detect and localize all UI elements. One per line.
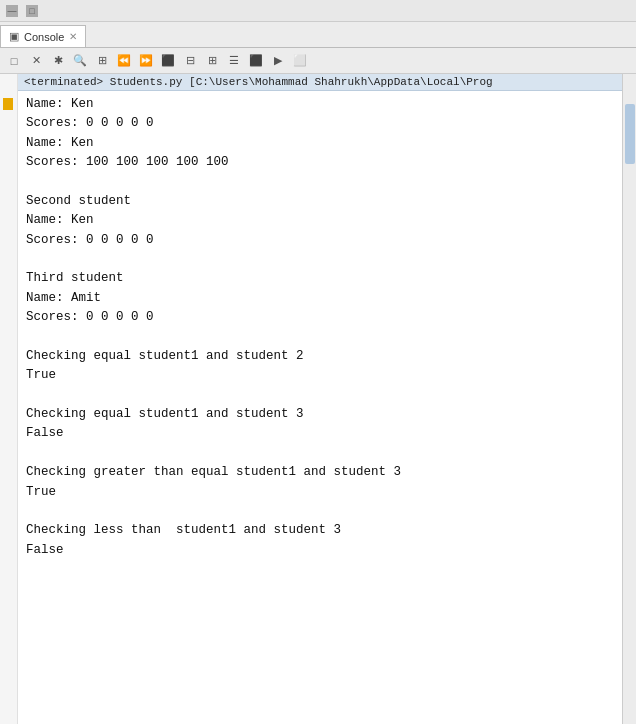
console-tab-label: Console	[24, 31, 64, 43]
console-line: Scores: 0 0 0 0 0	[26, 231, 614, 250]
toolbar-run-button[interactable]: ▶	[268, 51, 288, 71]
console-line: Name: Ken	[26, 211, 614, 230]
console-line: Name: Ken	[26, 134, 614, 153]
window-controls: — □	[0, 0, 636, 22]
console-line	[26, 444, 614, 463]
gutter-mark	[3, 98, 13, 110]
main-window: — □ ▣ Console ✕ □ ✕ ✱ 🔍 ⊞ ⏪ ⏩ ⬛ ⊟ ⊞ ☰ ⬛ …	[0, 0, 636, 724]
console-line: False	[26, 424, 614, 443]
console-output[interactable]: Name: KenScores: 0 0 0 0 0Name: KenScore…	[18, 91, 622, 724]
toolbar-layout3-button[interactable]: ⊞	[202, 51, 222, 71]
console-line	[26, 250, 614, 269]
right-scrollbar[interactable]	[622, 74, 636, 724]
console-line: Name: Ken	[26, 95, 614, 114]
console-path: <terminated> Students.py [C:\Users\Moham…	[18, 74, 622, 91]
console-line: Third student	[26, 269, 614, 288]
console-line: Name: Amit	[26, 289, 614, 308]
console-panel: <terminated> Students.py [C:\Users\Moham…	[18, 74, 622, 724]
toolbar-layout1-button[interactable]: ⬛	[158, 51, 178, 71]
minimize-button[interactable]: —	[6, 5, 18, 17]
toolbar-split-button[interactable]: ⊞	[92, 51, 112, 71]
toolbar-layout2-button[interactable]: ⊟	[180, 51, 200, 71]
left-gutter	[0, 74, 18, 724]
console-line: Checking equal student1 and student 2	[26, 347, 614, 366]
console-line: Scores: 100 100 100 100 100	[26, 153, 614, 172]
console-line: Checking greater than equal student1 and…	[26, 463, 614, 482]
console-line	[26, 173, 614, 192]
console-toolbar: □ ✕ ✱ 🔍 ⊞ ⏪ ⏩ ⬛ ⊟ ⊞ ☰ ⬛ ▶ ⬜	[0, 48, 636, 74]
console-line	[26, 502, 614, 521]
tab-bar: ▣ Console ✕	[0, 22, 636, 48]
console-line: False	[26, 541, 614, 560]
console-line: True	[26, 483, 614, 502]
maximize-button[interactable]: □	[26, 5, 38, 17]
toolbar-stop-button[interactable]: □	[4, 51, 24, 71]
console-line	[26, 386, 614, 405]
console-line: Scores: 0 0 0 0 0	[26, 308, 614, 327]
toolbar-next-button[interactable]: ⏩	[136, 51, 156, 71]
content-area: <terminated> Students.py [C:\Users\Moham…	[0, 74, 636, 724]
console-line: Second student	[26, 192, 614, 211]
console-tab-icon: ▣	[9, 30, 19, 43]
console-tab[interactable]: ▣ Console ✕	[0, 25, 86, 47]
close-tab-button[interactable]: ✕	[69, 31, 77, 42]
toolbar-close-button[interactable]: ✕	[26, 51, 46, 71]
toolbar-prev-button[interactable]: ⏪	[114, 51, 134, 71]
console-line: Checking equal student1 and student 3	[26, 405, 614, 424]
console-line: Scores: 0 0 0 0 0	[26, 114, 614, 133]
toolbar-menu-button[interactable]: ☰	[224, 51, 244, 71]
toolbar-rec-button[interactable]: ⬛	[246, 51, 266, 71]
toolbar-search-button[interactable]: 🔍	[70, 51, 90, 71]
console-line: Checking less than student1 and student …	[26, 521, 614, 540]
console-line: True	[26, 366, 614, 385]
toolbar-pin-button[interactable]: ✱	[48, 51, 68, 71]
scroll-thumb[interactable]	[625, 104, 635, 164]
toolbar-word-wrap-button[interactable]: ⬜	[290, 51, 310, 71]
console-line	[26, 328, 614, 347]
